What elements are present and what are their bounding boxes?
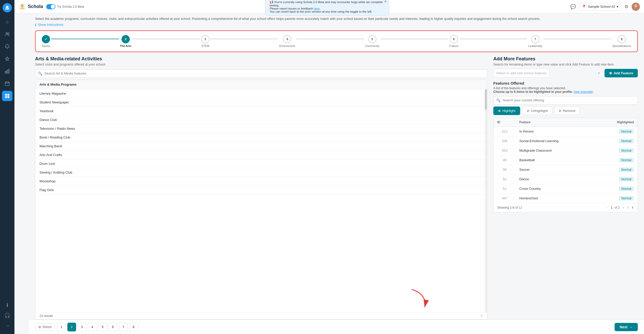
page-btn-2[interactable]: 2 — [67, 323, 76, 331]
step-line-3 — [211, 39, 278, 39]
retool-button[interactable]: ⊞ Retool — [35, 323, 55, 331]
feature-list-item[interactable]: Marching Band — [35, 142, 487, 151]
step-6[interactable]: 6Culture — [449, 35, 458, 47]
sidebar-item-info[interactable]: ℹ — [2, 300, 12, 310]
step-line-5 — [381, 39, 448, 39]
feature-list-item[interactable]: Book / Reading Club — [35, 133, 487, 142]
page-btn-8[interactable]: 8 — [129, 323, 138, 331]
feature-list-item[interactable]: Arts And Crafts — [35, 151, 487, 159]
pagination: ‹ 1 of 2 › ▽ ⬇ — [606, 205, 634, 210]
download-icon[interactable]: ⬇ — [631, 206, 634, 209]
cell-feature: Soccer — [516, 165, 596, 174]
feature-list-item[interactable]: Sewing / Knitting Club — [35, 168, 487, 177]
table-row[interactable]: 447 Homeschool Normal — [494, 193, 638, 203]
sidebar-item-users[interactable] — [2, 29, 12, 39]
remove-label: Remove — [563, 109, 575, 113]
feature-list-item[interactable]: Television / Radio News — [35, 124, 487, 133]
remove-button[interactable]: ⊘ Remove — [554, 107, 580, 115]
table-row[interactable]: 51 Cross Country Normal — [494, 184, 638, 193]
cell-id: 51 — [494, 184, 516, 193]
step-3[interactable]: 3STEM — [201, 35, 210, 47]
step-2[interactable]: 2The Arts — [120, 35, 131, 47]
sidebar-item-home[interactable]: ⌂ — [2, 17, 12, 27]
sidebar-item-chart[interactable] — [2, 66, 12, 76]
step-4[interactable]: 4Environment — [279, 35, 295, 47]
next-button[interactable]: Next → — [615, 323, 638, 331]
features-offered-title: Features Offered — [493, 81, 638, 85]
table-row[interactable]: 52 Dance Normal — [494, 174, 638, 184]
cell-highlighted: Normal — [596, 136, 638, 146]
filter-icon[interactable]: ▽ — [627, 206, 629, 209]
next-arrow-icon: → — [629, 325, 633, 329]
sidebar-item-arrow[interactable]: → — [2, 321, 12, 331]
sidebar-item-dashboard[interactable] — [2, 91, 12, 101]
page-btn-3[interactable]: 3 — [78, 323, 86, 331]
prev-page-arrow[interactable]: ‹ — [606, 205, 609, 210]
features-search-input[interactable] — [503, 98, 635, 102]
funnel-icon[interactable]: ▽ — [480, 314, 483, 318]
step-label-2: The Arts — [120, 44, 131, 47]
left-section-title: Arts & Media-related Activities — [35, 56, 487, 62]
sidebar-item-headphones[interactable]: 🎧 — [2, 310, 12, 321]
step-circle-7: 7 — [531, 35, 540, 43]
table-icons: ▽ ⬇ — [627, 206, 634, 209]
add-feature-select[interactable]: Select or add new school features — [493, 69, 550, 77]
content-area: Select the academic programs, curriculum… — [29, 13, 644, 334]
page-btn-1[interactable]: 1 — [57, 323, 66, 331]
unhighlight-button[interactable]: ⊘ Unhighlight — [522, 107, 552, 115]
sidebar-item-notifications[interactable] — [2, 41, 12, 52]
table-row[interactable]: 59 Soccer Normal — [494, 165, 638, 174]
table-row[interactable]: 513 In Person Normal — [494, 127, 638, 136]
svg-point-2 — [6, 32, 7, 34]
step-1[interactable]: ✓Sports — [42, 35, 50, 47]
feature-list-item[interactable]: Drum Line — [35, 159, 487, 168]
info-icon: ℹ — [35, 23, 36, 27]
feature-list-item[interactable]: Yearbook — [35, 107, 487, 116]
svg-rect-11 — [7, 96, 9, 98]
show-instructions-label: Show Instructions — [38, 23, 63, 27]
page-btn-6[interactable]: 6 — [109, 323, 117, 331]
step-5[interactable]: 5Community — [365, 35, 380, 47]
cell-feature: Multigrade Classroom — [516, 146, 596, 155]
step-8[interactable]: 8Specializations — [612, 35, 631, 47]
results-footer: 24 results ▽ — [35, 312, 487, 319]
table-row[interactable]: 526 Social-Emotional Learning Normal — [494, 136, 638, 146]
normal-badge: Normal — [619, 196, 634, 201]
add-feature-button[interactable]: ⊕ Add Feature — [605, 69, 638, 77]
table-row[interactable]: 553 Multigrade Classroom Normal — [494, 146, 638, 155]
feature-list-item[interactable]: Woodshop — [35, 177, 487, 186]
features-search-box[interactable]: 🔍 — [493, 96, 638, 104]
step-circle-1: ✓ — [42, 35, 50, 43]
feature-list-item[interactable]: Literary Magazine — [35, 89, 487, 98]
unhighlight-label: Unhighlight — [531, 109, 548, 113]
next-page-arrow[interactable]: › — [622, 205, 625, 210]
arts-search-box[interactable]: 🔍 — [35, 69, 487, 78]
highlight-label: Highlight — [502, 109, 516, 113]
cell-highlighted: Normal — [596, 165, 638, 174]
cell-highlighted: Normal — [596, 184, 638, 193]
feature-list-item[interactable]: Flag Girls — [35, 186, 487, 194]
page-btn-5[interactable]: 5 — [98, 323, 107, 331]
sidebar-item-pin[interactable] — [2, 54, 12, 64]
svg-rect-8 — [5, 94, 7, 96]
unhighlight-icon: ⊘ — [527, 109, 529, 113]
table-row[interactable]: 49 Basketball Normal — [494, 155, 638, 165]
bottom-nav: ⊞ Retool 12345678 Next → — [29, 320, 644, 334]
sidebar-logo — [3, 3, 12, 12]
step-label-4: Environment — [279, 44, 295, 47]
features-offered-desc2: Choose up to 6 items to be highlighted i… — [493, 90, 573, 94]
features-table-element: ID Feature Highlighted 513 In Person Nor… — [494, 118, 638, 203]
feature-list-item[interactable]: Student Newspaper — [35, 98, 487, 107]
see-example-link[interactable]: (see example) — [574, 90, 593, 94]
sidebar-item-calendar[interactable] — [2, 78, 12, 89]
highlight-button[interactable]: ⊕ Highlight — [493, 107, 520, 115]
step-label-1: Sports — [42, 44, 50, 47]
scrollbar-thumb[interactable] — [485, 89, 487, 110]
feature-list-item[interactable]: Dance Club — [35, 116, 487, 124]
show-instructions-btn[interactable]: ℹ Show Instructions — [29, 21, 644, 28]
arts-search-input[interactable] — [44, 71, 484, 75]
step-7[interactable]: 7Leadership — [528, 35, 542, 47]
page-btn-4[interactable]: 4 — [88, 323, 97, 331]
page-btn-7[interactable]: 7 — [119, 323, 128, 331]
normal-badge: Normal — [619, 129, 634, 134]
